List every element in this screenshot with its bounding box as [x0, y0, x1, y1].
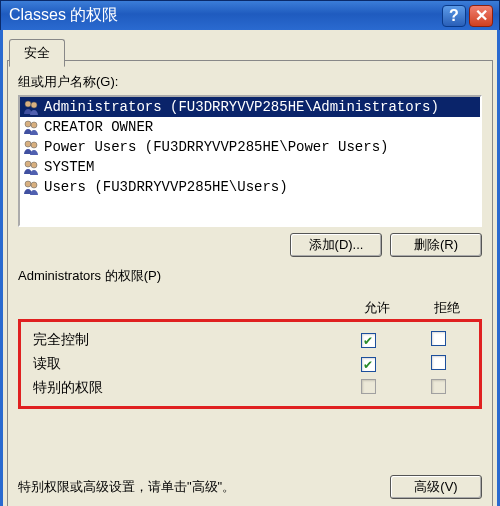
permissions-header: 允许 拒绝 — [18, 299, 482, 317]
tab-panel: 组或用户名称(G): Administrators (FU3DRRYVVP285… — [7, 60, 493, 506]
remove-button[interactable]: 删除(R) — [390, 233, 482, 257]
user-buttons: 添加(D)... 删除(R) — [18, 233, 482, 257]
svg-point-7 — [31, 162, 37, 168]
svg-point-3 — [31, 122, 37, 128]
tab-security[interactable]: 安全 — [9, 39, 65, 67]
footer-text: 特别权限或高级设置，请单击"高级"。 — [18, 478, 390, 496]
add-button[interactable]: 添加(D)... — [290, 233, 382, 257]
list-item[interactable]: Users (FU3DRRYVVP285HE\Users) — [20, 177, 480, 197]
allow-column-header: 允许 — [342, 299, 412, 317]
close-icon: ✕ — [475, 6, 488, 25]
group-icon — [22, 118, 40, 136]
group-icon — [22, 138, 40, 156]
list-item[interactable]: Administrators (FU3DRRYVVP285HE\Administ… — [20, 97, 480, 117]
check-icon: ✔ — [363, 335, 373, 347]
list-item-label: Administrators (FU3DRRYVVP285HE\Administ… — [44, 99, 439, 115]
svg-point-9 — [31, 182, 37, 188]
advanced-button[interactable]: 高级(V) — [390, 475, 482, 499]
permission-name: 特别的权限 — [27, 379, 333, 397]
allow-checkbox[interactable]: ✔ — [361, 357, 376, 372]
permission-name: 读取 — [27, 355, 333, 373]
window-body: 安全 组或用户名称(G): Administrators (FU3DRRYVVP… — [0, 30, 500, 506]
list-item-label: SYSTEM — [44, 159, 94, 175]
allow-checkbox[interactable]: ✔ — [361, 333, 376, 348]
allow-checkbox — [361, 379, 376, 394]
list-item-label: Power Users (FU3DRRYVVP285HE\Power Users… — [44, 139, 388, 155]
deny-column-header: 拒绝 — [412, 299, 482, 317]
svg-point-5 — [31, 142, 37, 148]
deny-checkbox[interactable] — [431, 355, 446, 370]
list-item-label: CREATOR OWNER — [44, 119, 153, 135]
svg-point-2 — [25, 121, 31, 127]
tab-strip: 安全 — [7, 36, 493, 60]
permission-row: 特别的权限 — [25, 376, 475, 400]
permission-row: 读取✔ — [25, 352, 475, 376]
groups-label: 组或用户名称(G): — [18, 73, 482, 91]
list-item[interactable]: CREATOR OWNER — [20, 117, 480, 137]
group-icon — [22, 158, 40, 176]
permissions-for-label: Administrators 的权限(P) — [18, 267, 482, 285]
svg-point-4 — [25, 141, 31, 147]
group-icon — [22, 98, 40, 116]
window-title: Classes 的权限 — [7, 5, 439, 26]
svg-point-0 — [25, 101, 31, 107]
help-button[interactable]: ? — [442, 5, 466, 27]
permission-name: 完全控制 — [27, 331, 333, 349]
permission-row: 完全控制✔ — [25, 328, 475, 352]
permissions-box: 完全控制✔读取✔特别的权限 — [18, 319, 482, 409]
deny-checkbox — [431, 379, 446, 394]
svg-point-8 — [25, 181, 31, 187]
svg-point-6 — [25, 161, 31, 167]
close-button[interactable]: ✕ — [469, 5, 493, 27]
footer-row: 特别权限或高级设置，请单击"高级"。 高级(V) — [18, 475, 482, 499]
group-icon — [22, 178, 40, 196]
check-icon: ✔ — [363, 359, 373, 371]
svg-point-1 — [31, 102, 37, 108]
deny-checkbox[interactable] — [431, 331, 446, 346]
list-item[interactable]: Power Users (FU3DRRYVVP285HE\Power Users… — [20, 137, 480, 157]
user-listbox[interactable]: Administrators (FU3DRRYVVP285HE\Administ… — [18, 95, 482, 227]
list-item[interactable]: SYSTEM — [20, 157, 480, 177]
titlebar: Classes 的权限 ? ✕ — [0, 0, 500, 30]
list-item-label: Users (FU3DRRYVVP285HE\Users) — [44, 179, 288, 195]
